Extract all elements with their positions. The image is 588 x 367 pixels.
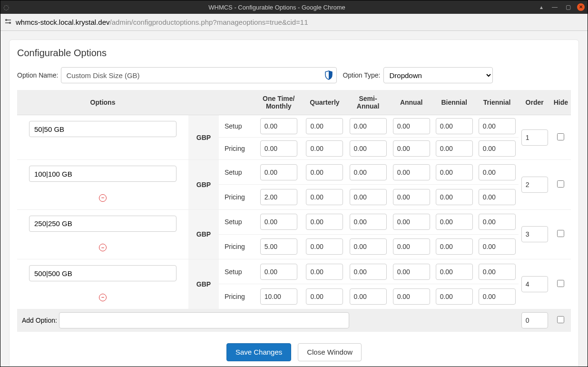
app-window: ◌ WHMCS - Configurable Options - Google … <box>0 0 588 367</box>
order-input[interactable] <box>521 129 548 146</box>
setup-onetime-input[interactable] <box>260 164 297 180</box>
hide-checkbox[interactable] <box>557 133 564 140</box>
currency-label: GBP <box>188 115 219 160</box>
save-button[interactable]: Save Changes <box>226 343 291 361</box>
svg-point-2 <box>10 22 11 24</box>
setup-semiannual-input[interactable] <box>350 118 387 134</box>
pricing-annual-input[interactable] <box>393 288 430 305</box>
order-input[interactable] <box>521 177 548 193</box>
setup-semiannual-input[interactable] <box>350 164 387 180</box>
pricing-quarterly-input[interactable] <box>306 238 343 255</box>
pricing-row-label: Pricing <box>219 138 254 160</box>
pricing-annual-input[interactable] <box>393 140 430 157</box>
setup-row-label: Setup <box>219 115 254 138</box>
setup-quarterly-input[interactable] <box>306 118 343 134</box>
setup-semiannual-input[interactable] <box>350 214 387 230</box>
setup-annual-input[interactable] <box>393 164 430 180</box>
setup-biennial-input[interactable] <box>436 264 473 280</box>
svg-point-0 <box>6 20 7 21</box>
setup-biennial-input[interactable] <box>436 118 473 134</box>
option-value-input[interactable] <box>29 216 176 232</box>
setup-quarterly-input[interactable] <box>306 264 343 280</box>
add-option-input[interactable] <box>59 312 349 328</box>
setup-triennial-input[interactable] <box>479 264 516 280</box>
add-option-label: Add Option: <box>22 316 57 324</box>
titlebar: ◌ WHMCS - Configurable Options - Google … <box>0 0 588 14</box>
setup-quarterly-input[interactable] <box>306 164 343 180</box>
setup-annual-input[interactable] <box>393 264 430 280</box>
order-input[interactable] <box>521 226 548 242</box>
pricing-biennial-input[interactable] <box>436 238 473 255</box>
col-quarterly: Quarterly <box>303 90 346 115</box>
pricing-quarterly-input[interactable] <box>306 288 343 305</box>
pricing-semiannual-input[interactable] <box>350 238 387 255</box>
option-value-input[interactable] <box>29 166 176 182</box>
setup-triennial-input[interactable] <box>479 164 516 180</box>
pricing-triennial-input[interactable] <box>479 189 516 205</box>
add-option-order-input[interactable] <box>521 312 548 328</box>
setup-quarterly-input[interactable] <box>306 214 343 230</box>
option-type-select[interactable]: Dropdown <box>383 67 493 83</box>
pricing-triennial-input[interactable] <box>479 288 516 305</box>
col-biennial: Biennial <box>433 90 476 115</box>
setup-onetime-input[interactable] <box>260 118 297 134</box>
window-tray-icon[interactable]: ▴ <box>537 3 546 11</box>
pricing-quarterly-input[interactable] <box>306 189 343 205</box>
window-title: WHMCS - Configurable Options - Google Ch… <box>17 4 537 11</box>
setup-onetime-input[interactable] <box>260 214 297 230</box>
remove-option-icon[interactable]: – <box>99 294 107 301</box>
hide-checkbox[interactable] <box>557 230 564 237</box>
setup-triennial-input[interactable] <box>479 214 516 230</box>
setup-semiannual-input[interactable] <box>350 264 387 280</box>
pricing-semiannual-input[interactable] <box>350 140 387 157</box>
pricing-semiannual-input[interactable] <box>350 288 387 305</box>
setup-row-label: Setup <box>219 160 254 185</box>
pricing-triennial-input[interactable] <box>479 238 516 255</box>
pricing-row-label: Pricing <box>219 234 254 259</box>
option-name-input[interactable] <box>61 67 337 83</box>
window-minimize-icon[interactable]: — <box>550 3 559 11</box>
order-input[interactable] <box>521 276 548 292</box>
setup-annual-input[interactable] <box>393 118 430 134</box>
option-value-input[interactable] <box>29 265 176 281</box>
pricing-quarterly-input[interactable] <box>306 140 343 157</box>
pricing-row-label: Pricing <box>219 185 254 209</box>
pricing-biennial-input[interactable] <box>436 288 473 305</box>
col-onetime: One Time/ Monthly <box>254 90 303 115</box>
setup-biennial-input[interactable] <box>436 214 473 230</box>
password-manager-icon[interactable] <box>324 70 333 81</box>
setup-triennial-input[interactable] <box>479 118 516 134</box>
col-annual: Annual <box>390 90 433 115</box>
pricing-onetime-input[interactable] <box>260 189 297 205</box>
pricing-biennial-input[interactable] <box>436 140 473 157</box>
setup-annual-input[interactable] <box>393 214 430 230</box>
col-triennial: Triennial <box>476 90 519 115</box>
close-button[interactable]: Close Window <box>298 343 362 361</box>
pricing-onetime-input[interactable] <box>260 288 297 305</box>
option-value-input[interactable] <box>29 121 176 137</box>
site-settings-icon[interactable] <box>4 18 12 27</box>
pricing-annual-input[interactable] <box>393 238 430 255</box>
col-hide: Hide <box>551 90 571 115</box>
hide-checkbox[interactable] <box>557 280 564 287</box>
setup-biennial-input[interactable] <box>436 164 473 180</box>
pricing-triennial-input[interactable] <box>479 140 516 157</box>
currency-label: GBP <box>188 209 219 259</box>
pricing-annual-input[interactable] <box>393 189 430 205</box>
currency-label: GBP <box>188 259 219 309</box>
pricing-onetime-input[interactable] <box>260 140 297 157</box>
add-option-hide-checkbox[interactable] <box>557 316 564 323</box>
pricing-semiannual-input[interactable] <box>350 189 387 205</box>
pricing-biennial-input[interactable] <box>436 189 473 205</box>
window-maximize-icon[interactable]: ▢ <box>564 3 572 11</box>
remove-option-icon[interactable]: – <box>99 194 107 202</box>
hide-checkbox[interactable] <box>557 180 564 188</box>
page-viewport: Configurable Options Option Name: Option… <box>0 31 588 367</box>
pricing-onetime-input[interactable] <box>260 238 297 255</box>
remove-option-icon[interactable]: – <box>99 244 107 251</box>
pricing-row-label: Pricing <box>219 284 254 309</box>
app-menu-icon[interactable]: ◌ <box>3 3 9 11</box>
setup-onetime-input[interactable] <box>260 264 297 280</box>
address-bar[interactable]: whmcs-stock.local.krystal.dev/admin/conf… <box>0 14 588 31</box>
window-close-icon[interactable]: ✕ <box>577 3 585 11</box>
